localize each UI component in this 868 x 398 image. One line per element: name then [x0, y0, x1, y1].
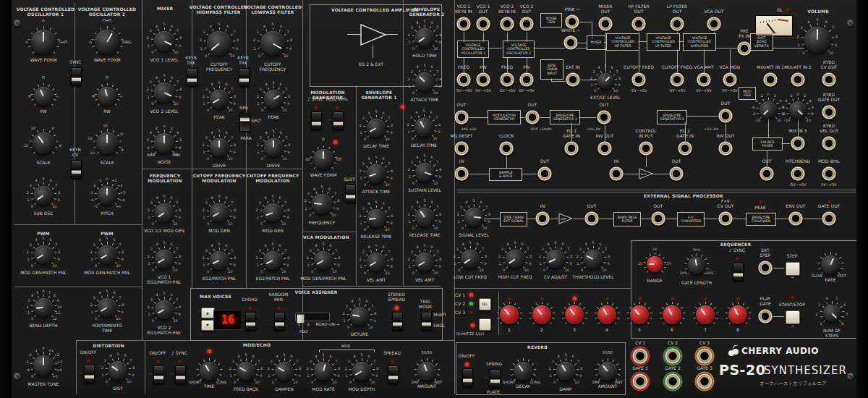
kybd-gate-out-jack[interactable] [822, 105, 836, 119]
side-chain-input-box: SIDE-CHAININPUT [540, 59, 563, 80]
jp-tagline: オークハーストカリフォルニア [760, 381, 827, 387]
eg2-inv-out-jack[interactable] [718, 141, 733, 156]
volume-knob[interactable]: 012345678910 [791, 14, 843, 66]
keyb-cv-switch[interactable] [71, 160, 82, 179]
esp-amp-symbol: AMP [558, 213, 573, 224]
keyb-cv-switch-label: KEYB [32, 147, 119, 152]
wire [652, 174, 669, 174]
vca-mod-jack[interactable] [723, 72, 737, 87]
play-gate-jack-label: PLAY [722, 296, 809, 301]
esp-gate-out-jack[interactable] [822, 211, 836, 226]
mg-mod-whl-switch[interactable] [333, 111, 344, 130]
osc-sync-switch[interactable] [71, 67, 82, 86]
vco2-keyb-in-jack[interactable] [500, 17, 514, 31]
hp-keyb-trk-switch[interactable] [187, 68, 197, 87]
source-mixer-box: SOURCEMIXER [752, 137, 783, 151]
play-gate-jack[interactable] [758, 309, 773, 323]
vco2-freq-jack[interactable] [500, 72, 514, 87]
lp-cutoff-freq-jack[interactable] [670, 72, 684, 87]
mixer-out-jack[interactable] [598, 17, 613, 31]
vca-symbol [347, 23, 398, 46]
ext-step-jack[interactable] [758, 261, 773, 275]
esp-bp-out-jack[interactable] [651, 211, 665, 226]
lp-filter-title: VOLTAGE CONTROLLEDLOWPASS FILTER [229, 4, 316, 14]
gate1-jack[interactable] [632, 373, 648, 389]
pitchbend-jack[interactable] [791, 166, 805, 181]
esp-gate-out-jack-label: GATE OUT [786, 203, 868, 208]
mg-out-jack[interactable] [454, 110, 469, 124]
vca-amt-jack[interactable] [697, 72, 711, 87]
product-type: SYNTHESIZER [764, 364, 847, 377]
start-stop-button[interactable] [786, 310, 800, 324]
eg2-gate-in-jack[interactable] [678, 141, 692, 156]
mod-echo-onoff-switch-led [156, 360, 160, 363]
seq-sync-switch[interactable] [733, 263, 744, 281]
esp-in-jack[interactable] [535, 211, 550, 226]
pink-noise-jack[interactable] [565, 14, 579, 29]
vco1-out-jack[interactable] [476, 17, 490, 31]
kybd-cv-out-jack-label: CV OUT [786, 64, 868, 69]
white-noise-jack[interactable] [563, 35, 578, 50]
ext-in-jack[interactable] [566, 72, 580, 87]
hp-filter-out-jack[interactable] [631, 17, 646, 31]
eg1-gate-in-jack[interactable] [564, 141, 579, 156]
mod-whl-jack[interactable] [822, 166, 836, 181]
mg-reset-jack[interactable] [454, 141, 469, 156]
clock-jack[interactable] [499, 141, 514, 156]
cv1-jack[interactable] [632, 348, 648, 364]
random-pan-switch-label: PAN [235, 297, 322, 302]
eg1-out-jack[interactable] [597, 110, 611, 124]
mg-sync-switch[interactable] [311, 111, 322, 130]
env-out-jack[interactable] [788, 211, 803, 226]
esp-out-jack[interactable] [584, 211, 599, 226]
vco1-freq-jack[interactable] [456, 72, 471, 87]
max-voices-up-button[interactable]: ▲ [201, 308, 215, 318]
cv2-jack[interactable] [665, 348, 681, 364]
pre-fx-in-jack[interactable] [737, 41, 752, 56]
distortion-title: DISTORTION [65, 343, 152, 348]
kybd-cv-out-jack-label: KYBD [786, 59, 868, 64]
sel-button[interactable]: SEL [479, 298, 491, 310]
mg-out2-jack[interactable] [525, 110, 540, 124]
gate3-jack[interactable] [697, 373, 712, 389]
eg2-out-jack[interactable] [718, 109, 733, 123]
kybd-gate-out-jack-label: KYBD [786, 92, 868, 97]
quantize-button[interactable] [479, 318, 491, 331]
max-voices-display[interactable]: 16 [214, 310, 242, 329]
vca-in-jack[interactable] [609, 166, 624, 181]
chord-switch[interactable] [245, 312, 256, 331]
vca-patch-out-jack[interactable] [669, 166, 684, 181]
spread-switch[interactable] [388, 365, 399, 384]
step-button[interactable] [786, 262, 800, 276]
band-pass-box: BAND PASSFILTER [613, 212, 641, 226]
mod-echo-onoff-switch[interactable] [153, 365, 164, 384]
voices-slider[interactable] [295, 313, 330, 321]
vco1-keyb-in-jack[interactable] [456, 17, 471, 31]
kybd-gate-out-jack-label: GATE OUT [786, 97, 868, 102]
mix-att-in1-jack[interactable] [763, 72, 778, 87]
reverb-onoff-switch[interactable] [462, 368, 473, 387]
distortion-onoff-switch[interactable] [84, 365, 95, 384]
hp-cutoff-freq-jack[interactable] [631, 72, 646, 87]
max-voices-down-button[interactable]: ▼ [201, 320, 215, 331]
lp-keyb-trk-switch[interactable] [239, 68, 250, 87]
source-out-jack[interactable] [760, 166, 774, 181]
lp-filter-out-jack[interactable] [670, 17, 684, 31]
amp-flow-box: VOLTAGECONTROLLEDAMPLIFIER [683, 33, 716, 51]
kybd-vel-out-jack[interactable] [822, 136, 836, 151]
gate2-jack[interactable] [665, 373, 681, 389]
mix-in3-jack[interactable] [791, 136, 805, 151]
eg1-inv-out-jack[interactable] [597, 141, 612, 156]
mix-att-in2-jack[interactable] [791, 72, 805, 87]
vco1-pw-jack[interactable] [476, 72, 490, 87]
fm-vco2-eg1-knob-label: VCO 2EG1/PATCH PNL [121, 325, 208, 335]
vco2-pw-jack[interactable] [519, 72, 534, 87]
cv3-jack[interactable] [697, 348, 712, 364]
fv-cv-out-jack[interactable] [718, 211, 733, 226]
random-pan-switch[interactable] [274, 312, 285, 331]
control-input-jack[interactable] [639, 141, 653, 156]
sh-out-jack[interactable] [537, 166, 552, 181]
kybd-cv-out-jack[interactable] [822, 72, 836, 87]
sh-in-jack[interactable] [454, 166, 469, 181]
mod-echo-sync-switch[interactable] [175, 365, 186, 384]
